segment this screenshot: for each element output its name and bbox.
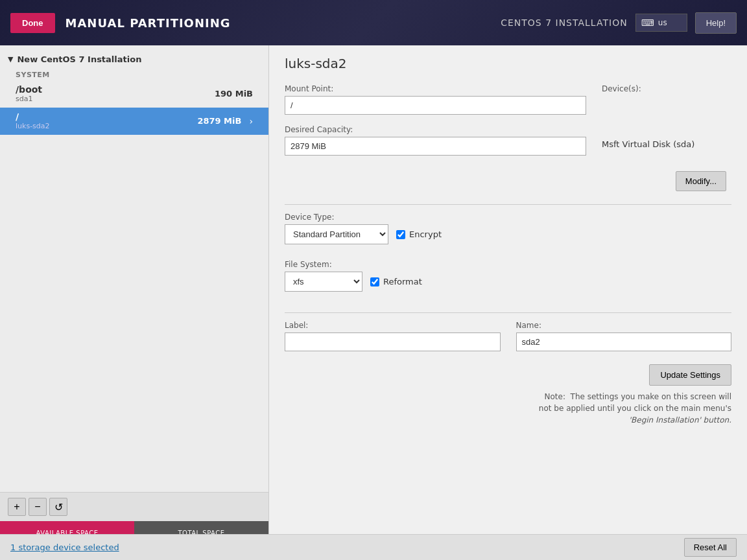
footer-bar: 1 storage device selected Reset All [0, 534, 747, 560]
label-name-row: Label: Name: [285, 321, 731, 351]
partition-item-root[interactable]: / luks-sda2 2879 MiB › [0, 108, 268, 135]
left-toolbar: + − ↺ [0, 492, 268, 521]
encrypt-label: Encrypt [409, 229, 442, 239]
partition-tree: ▼ New CentOS 7 Installation SYSTEM /boot… [0, 45, 268, 492]
devices-label: Device(s): [602, 84, 731, 93]
label-group: Label: [285, 321, 501, 351]
system-section-label: SYSTEM [0, 68, 268, 80]
encrypt-checkbox-label[interactable]: Encrypt [396, 229, 442, 239]
filesystem-group: File System: xfs ext4 ext3 ext2 btrfs sw… [285, 260, 731, 302]
done-button[interactable]: Done [10, 13, 55, 33]
mount-root: / [16, 111, 50, 122]
devices-section: Device(s): [602, 84, 731, 115]
help-button[interactable]: Help! [695, 12, 737, 34]
mount-devices-row: Mount Point: Device(s): [285, 84, 731, 115]
filesystem-select[interactable]: xfs ext4 ext3 ext2 btrfs swap [285, 272, 362, 292]
device-luks-sda2: luks-sda2 [16, 122, 50, 130]
note-text: Note: The settings you make on this scre… [285, 391, 731, 426]
section-divider-2 [285, 312, 731, 313]
keyboard-value: us [658, 18, 667, 27]
refresh-button[interactable]: ↺ [49, 498, 67, 516]
capacity-device-row: Desired Capacity: Msft Virtual Disk (sda… [285, 125, 731, 156]
device-type-group: Device Type: Standard Partition RAID LVM… [285, 213, 731, 252]
label-field-label: Label: [285, 321, 501, 330]
keyboard-icon: ⌨ [641, 18, 654, 28]
desired-capacity-label: Desired Capacity: [285, 125, 586, 134]
section-divider [285, 204, 731, 205]
partition-item-boot[interactable]: /boot sda1 190 MiB [0, 80, 268, 108]
tree-header-label: New CentOS 7 Installation [17, 54, 141, 64]
device-type-select[interactable]: Standard Partition RAID LVM btrfs [285, 224, 388, 244]
page-title: MANUAL PARTITIONING [65, 16, 231, 30]
reformat-checkbox-label[interactable]: Reformat [370, 277, 422, 286]
partition-name-title: luks-sda2 [285, 56, 731, 71]
header-right: CENTOS 7 INSTALLATION ⌨ us Help! [501, 12, 737, 34]
reset-all-button[interactable]: Reset All [684, 538, 737, 557]
tree-header[interactable]: ▼ New CentOS 7 Installation [0, 51, 268, 68]
device-entry: Msft Virtual Disk (sda) [602, 138, 731, 150]
keyboard-selector[interactable]: ⌨ us [635, 14, 687, 32]
name-field-label: Name: [516, 321, 732, 330]
device-type-row: Standard Partition RAID LVM btrfs Encryp… [285, 224, 731, 244]
reformat-checkbox[interactable] [370, 277, 379, 286]
modify-button[interactable]: Modify... [676, 171, 726, 191]
right-panel: luks-sda2 Mount Point: Device(s): Desire… [269, 45, 747, 560]
mount-boot: /boot [16, 84, 42, 95]
remove-partition-button[interactable]: − [29, 498, 47, 516]
update-settings-button[interactable]: Update Settings [649, 364, 731, 386]
filesystem-label: File System: [285, 260, 731, 269]
size-boot: 190 MiB [215, 89, 253, 99]
mount-point-input[interactable] [285, 96, 586, 115]
update-section: Update Settings [285, 364, 731, 391]
add-partition-button[interactable]: + [8, 498, 26, 516]
centos-title: CENTOS 7 INSTALLATION [501, 18, 627, 28]
reformat-label: Reformat [383, 277, 422, 286]
size-root: 2879 MiB [197, 116, 241, 126]
modify-section: Modify... [285, 166, 731, 191]
storage-device-link[interactable]: 1 storage device selected [10, 542, 119, 552]
name-group: Name: [516, 321, 732, 351]
desired-capacity-input[interactable] [285, 137, 586, 156]
tree-arrow: ▼ [8, 55, 13, 64]
encrypt-checkbox[interactable] [396, 230, 405, 239]
mount-point-label: Mount Point: [285, 84, 586, 93]
name-input[interactable] [516, 332, 732, 351]
device-entry-section: Msft Virtual Disk (sda) [602, 125, 731, 156]
device-sda1: sda1 [16, 95, 42, 103]
filesystem-row: xfs ext4 ext3 ext2 btrfs swap Reformat [285, 272, 731, 292]
device-type-label: Device Type: [285, 213, 731, 222]
header-left: Done MANUAL PARTITIONING [10, 13, 231, 33]
header: Done MANUAL PARTITIONING CENTOS 7 INSTAL… [0, 0, 747, 45]
chevron-icon: › [249, 116, 253, 126]
left-panel: ▼ New CentOS 7 Installation SYSTEM /boot… [0, 45, 269, 560]
mount-point-group: Mount Point: [285, 84, 586, 115]
desired-capacity-group: Desired Capacity: [285, 125, 586, 156]
label-input[interactable] [285, 332, 501, 351]
